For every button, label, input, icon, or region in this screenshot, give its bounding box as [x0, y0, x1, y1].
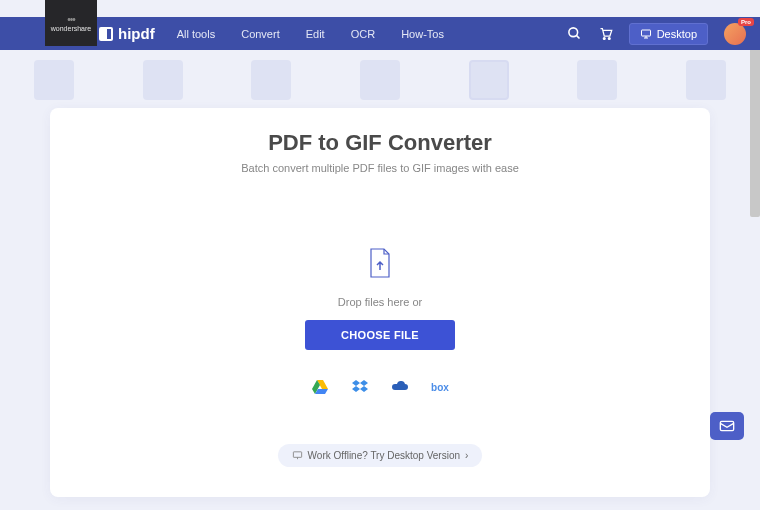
wondershare-label: wondershare — [51, 25, 91, 32]
google-drive-icon[interactable] — [311, 378, 329, 396]
choose-file-button[interactable]: CHOOSE FILE — [305, 320, 455, 350]
background-decoration — [0, 50, 760, 110]
nav-edit[interactable]: Edit — [306, 28, 325, 40]
nav-convert[interactable]: Convert — [241, 28, 280, 40]
svg-rect-9 — [720, 421, 733, 430]
nav: All tools Convert Edit OCR How-Tos — [177, 28, 567, 40]
offline-download-icon — [292, 450, 303, 461]
file-upload-icon — [368, 248, 392, 278]
nav-ocr[interactable]: OCR — [351, 28, 375, 40]
desktop-button[interactable]: Desktop — [629, 23, 708, 45]
logo[interactable]: hipdf — [99, 25, 155, 42]
svg-point-2 — [603, 38, 605, 40]
nav-all-tools[interactable]: All tools — [177, 28, 216, 40]
svg-point-0 — [569, 28, 578, 37]
dropbox-icon[interactable] — [351, 378, 369, 396]
mail-icon — [719, 420, 735, 432]
svg-rect-4 — [641, 30, 650, 36]
header-bar: hipdf All tools Convert Edit OCR How-Tos… — [0, 17, 760, 50]
offline-arrow: › — [465, 450, 468, 461]
chat-button[interactable] — [710, 412, 744, 440]
search-icon[interactable] — [567, 26, 582, 41]
nav-howtos[interactable]: How-Tos — [401, 28, 444, 40]
logo-text: hipdf — [118, 25, 155, 42]
header-right: Desktop Pro — [567, 23, 746, 45]
box-icon[interactable]: box — [431, 378, 449, 396]
page-subtitle: Batch convert multiple PDF files to GIF … — [50, 162, 710, 174]
wondershare-badge[interactable]: ••• wondershare — [45, 0, 97, 46]
desktop-label: Desktop — [657, 28, 697, 40]
wondershare-logo-icon: ••• — [67, 14, 75, 25]
page-title: PDF to GIF Converter — [50, 130, 710, 156]
main-card: PDF to GIF Converter Batch convert multi… — [50, 108, 710, 497]
svg-rect-7 — [293, 452, 301, 458]
offline-label: Work Offline? Try Desktop Version — [308, 450, 460, 461]
desktop-download-icon — [640, 28, 652, 40]
svg-point-3 — [608, 38, 610, 40]
drop-text: Drop files here or — [90, 296, 670, 308]
avatar[interactable]: Pro — [724, 23, 746, 45]
offline-button[interactable]: Work Offline? Try Desktop Version › — [278, 444, 483, 467]
svg-line-1 — [576, 35, 579, 38]
logo-icon — [99, 27, 113, 41]
drop-zone[interactable]: Drop files here or CHOOSE FILE box — [90, 208, 670, 426]
cart-icon[interactable] — [598, 26, 613, 41]
pro-badge: Pro — [738, 18, 754, 26]
cloud-sources: box — [90, 378, 670, 396]
onedrive-icon[interactable] — [391, 378, 409, 396]
